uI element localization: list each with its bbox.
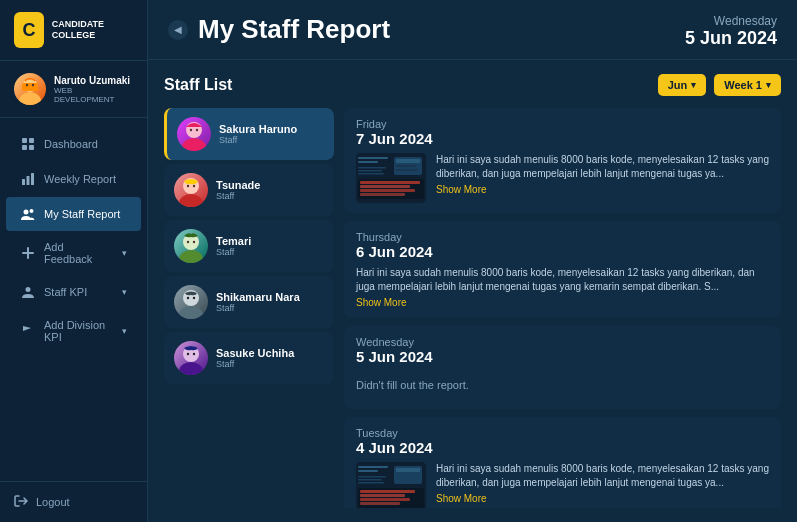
svg-point-19 (190, 129, 192, 131)
svg-rect-38 (358, 157, 388, 159)
collapse-button[interactable]: ◀ (168, 20, 188, 40)
report-date: 5 Jun 2024 (356, 348, 769, 365)
chart-icon (20, 171, 36, 187)
report-day: Thursday (356, 231, 769, 243)
report-card: Wednesday 5 Jun 2024 Didn't fill out the… (344, 326, 781, 409)
svg-point-30 (179, 306, 203, 319)
sidebar: C Candidate College Naruto Uzumaki Web D… (0, 0, 148, 522)
sidebar-item-my-staff-report[interactable]: My Staff Report (6, 197, 141, 231)
staff-layout: Sakura Haruno Staff (164, 108, 781, 508)
svg-point-26 (179, 250, 203, 263)
staff-name: Tsunade (216, 179, 324, 191)
staff-item[interactable]: Temari Staff (164, 220, 334, 272)
report-day: Friday (356, 118, 769, 130)
avatar (174, 229, 208, 263)
avatar (174, 341, 208, 375)
week-filter-button[interactable]: Week 1 ▾ (714, 74, 781, 96)
chevron-down-icon: ▾ (691, 80, 696, 90)
show-more-button[interactable]: Show More (356, 297, 769, 308)
logo-text: Candidate College (52, 19, 133, 41)
svg-point-13 (30, 209, 34, 213)
svg-point-16 (26, 287, 31, 292)
sidebar-item-label: My Staff Report (44, 208, 127, 220)
logout-button[interactable]: Logout (0, 481, 147, 522)
svg-rect-51 (360, 193, 405, 196)
staff-role: Staff (216, 359, 324, 369)
filter-controls: Jun ▾ Week 1 ▾ (658, 74, 781, 96)
sidebar-item-label: Add Feedback (44, 241, 114, 265)
report-body: Hari ini saya sudah menulis 8000 baris k… (356, 462, 769, 508)
report-text: Hari ini saya sudah menulis 8000 baris k… (436, 462, 769, 504)
svg-rect-7 (22, 145, 27, 150)
month-filter-label: Jun (668, 79, 688, 91)
staff-item[interactable]: Sakura Haruno Staff (164, 108, 334, 160)
main-header: ◀ My Staff Report Wednesday 5 Jun 2024 (148, 0, 797, 60)
svg-rect-63 (360, 498, 410, 501)
staff-item[interactable]: Sasuke Uchiha Staff (164, 332, 334, 384)
staff-name: Sasuke Uchiha (216, 347, 324, 359)
collapse-icon: ◀ (174, 24, 182, 35)
sidebar-item-add-division-kpi[interactable]: Add Division KPI ▾ (6, 310, 141, 352)
report-day: Tuesday (356, 427, 769, 439)
report-date: 4 Jun 2024 (356, 439, 769, 456)
sidebar-nav: Dashboard Weekly Report M (0, 118, 147, 481)
svg-point-35 (187, 353, 189, 355)
logo-icon: C (14, 12, 44, 48)
staff-role: Staff (219, 135, 324, 145)
logout-icon (14, 494, 28, 510)
svg-rect-45 (396, 165, 416, 167)
svg-point-4 (32, 84, 34, 86)
svg-point-1 (19, 92, 41, 105)
svg-point-23 (187, 185, 189, 187)
svg-point-24 (193, 185, 195, 187)
report-day: Wednesday (356, 336, 769, 348)
staff-item[interactable]: Shikamaru Nara Staff (164, 276, 334, 328)
staff-name: Sakura Haruno (219, 123, 324, 135)
staff-item[interactable]: Tsunade Staff (164, 164, 334, 216)
page-title: My Staff Report (198, 14, 390, 45)
svg-rect-61 (360, 490, 415, 493)
users-icon (20, 206, 36, 222)
sidebar-item-add-feedback[interactable]: Add Feedback ▾ (6, 232, 141, 274)
user-name: Naruto Uzumaki (54, 75, 133, 86)
staff-list: Sakura Haruno Staff (164, 108, 334, 508)
sidebar-item-weekly-report[interactable]: Weekly Report (6, 162, 141, 196)
sidebar-item-staff-kpi[interactable]: Staff KPI ▾ (6, 275, 141, 309)
svg-rect-48 (360, 181, 420, 184)
svg-point-36 (193, 353, 195, 355)
show-more-button[interactable]: Show More (436, 184, 769, 195)
person-icon (20, 284, 36, 300)
show-more-button[interactable]: Show More (436, 493, 769, 504)
svg-point-27 (187, 241, 189, 243)
user-role: Web Development (54, 86, 133, 104)
svg-point-22 (179, 194, 203, 207)
svg-rect-39 (358, 161, 378, 163)
staff-info: Sakura Haruno Staff (219, 123, 324, 145)
svg-rect-9 (22, 179, 25, 185)
staff-info: Shikamaru Nara Staff (216, 291, 324, 313)
svg-point-28 (193, 241, 195, 243)
sidebar-item-dashboard[interactable]: Dashboard (6, 127, 141, 161)
svg-point-20 (196, 129, 198, 131)
report-list: Friday 7 Jun 2024 (344, 108, 781, 508)
staff-info: Tsunade Staff (216, 179, 324, 201)
staff-role: Staff (216, 247, 324, 257)
content-header: Staff List Jun ▾ Week 1 ▾ (164, 74, 781, 96)
svg-point-18 (182, 138, 206, 151)
svg-rect-49 (360, 185, 410, 188)
svg-rect-42 (358, 173, 384, 175)
svg-rect-56 (358, 479, 382, 481)
sidebar-item-label: Dashboard (44, 138, 127, 150)
content-area: Staff List Jun ▾ Week 1 ▾ (148, 60, 797, 522)
report-thumbnail (356, 462, 426, 508)
week-filter-label: Week 1 (724, 79, 762, 91)
report-desc: Hari ini saya sudah menulis 8000 baris k… (356, 266, 769, 294)
report-empty-text: Didn't fill out the report. (356, 371, 469, 399)
month-filter-button[interactable]: Jun ▾ (658, 74, 707, 96)
report-card: Tuesday 4 Jun 2024 (344, 417, 781, 508)
staff-role: Staff (216, 303, 324, 313)
main-content: ◀ My Staff Report Wednesday 5 Jun 2024 S… (148, 0, 797, 522)
svg-rect-50 (360, 189, 415, 192)
svg-point-3 (26, 84, 28, 86)
svg-rect-57 (358, 482, 384, 484)
